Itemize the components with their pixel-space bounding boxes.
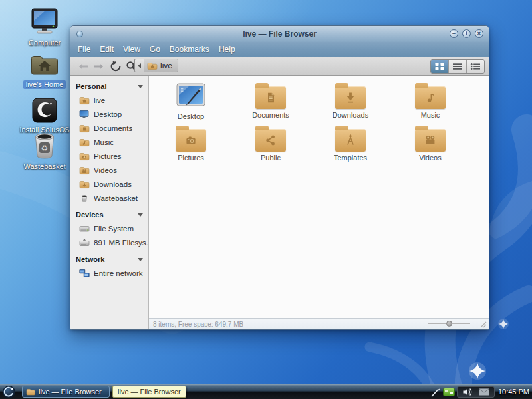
taskbar-clock[interactable]: 10:45 PM — [498, 384, 529, 399]
folder-item-desktop[interactable]: Desktop — [151, 81, 231, 122]
desktop-icon-home[interactable]: live's Home — [19, 53, 70, 90]
compact-view-button[interactable] — [448, 60, 466, 73]
window-menu-icon[interactable] — [76, 31, 83, 37]
svg-text:♻: ♻ — [41, 144, 49, 153]
document-emblem-icon — [264, 91, 277, 104]
templates-folder-icon — [335, 129, 366, 152]
removable-drive-icon — [79, 238, 90, 247]
menu-file[interactable]: File — [73, 45, 95, 54]
menu-edit[interactable]: Edit — [95, 45, 118, 54]
tooltip-text: live — File Browser — [118, 388, 181, 396]
taskbar-window-button[interactable]: live — File Browser — [22, 386, 110, 398]
network-status-icon[interactable] — [443, 388, 455, 396]
documents-folder-icon — [255, 86, 286, 109]
sidebar-item-downloads[interactable]: Downloads — [70, 177, 148, 191]
desktop-icon-install-solusos[interactable]: Install SolusOS — [19, 98, 70, 135]
documents-folder-mini-icon — [79, 124, 90, 133]
sidebar-item-891mb-filesystem[interactable]: 891 MB Filesys... — [70, 235, 148, 249]
forward-icon[interactable] — [93, 60, 105, 72]
zoom-slider-thumb[interactable] — [446, 321, 452, 327]
sidebar-section-devices[interactable]: Devices — [70, 208, 148, 221]
desktop-icon-wastebasket[interactable]: ♻ Wastebasket — [19, 132, 70, 172]
menu-help[interactable]: Help — [214, 45, 240, 54]
menu-view[interactable]: View — [118, 45, 145, 54]
sidebar-item-entire-network[interactable]: Entire network — [70, 266, 148, 280]
icon-view-button[interactable] — [431, 60, 448, 73]
chevron-left-icon — [138, 63, 141, 68]
videos-folder-mini-icon — [79, 166, 90, 175]
sidebar-item-file-system[interactable]: File System — [70, 221, 148, 235]
detailed-list-view-button[interactable] — [466, 60, 484, 73]
sidebar-item-wastebasket[interactable]: Wastebasket — [70, 191, 148, 205]
zoom-slider[interactable] — [428, 323, 470, 324]
folder-item-downloads[interactable]: Downloads — [311, 81, 390, 122]
start-menu-icon[interactable] — [3, 386, 15, 398]
folder-item-public[interactable]: Public — [231, 124, 311, 165]
sidebar-item-pictures[interactable]: Pictures — [70, 149, 148, 163]
folder-item-pictures[interactable]: Pictures — [151, 124, 231, 165]
maximize-button[interactable]: + — [462, 29, 471, 38]
computer-icon — [19, 8, 70, 36]
folder-item-videos[interactable]: Videos — [390, 124, 470, 165]
movie-camera-emblem-icon — [424, 134, 437, 147]
status-text: 8 items, Free space: 649.7 MB — [149, 321, 243, 328]
desktop-icon-label: Computer — [29, 39, 61, 47]
home-folder-mini-icon — [147, 61, 158, 70]
home-folder-icon — [19, 53, 70, 78]
resize-grip[interactable] — [479, 321, 487, 328]
desktop-icon-label: Wastebasket — [23, 162, 65, 171]
view-mode-switcher — [430, 59, 485, 74]
collapse-triangle-icon — [138, 258, 143, 261]
tablet-pen-icon[interactable] — [430, 387, 442, 398]
menu-bookmarks[interactable]: Bookmarks — [165, 45, 214, 54]
menu-go[interactable]: Go — [145, 45, 165, 54]
taskbar-button-label: live — File Browser — [39, 388, 102, 396]
detailed-list-view-icon — [470, 63, 481, 70]
sidebar-item-videos[interactable]: Videos — [70, 163, 148, 177]
path-segment-live[interactable]: live — [144, 59, 178, 72]
volume-icon[interactable] — [462, 388, 473, 396]
collapse-triangle-icon — [138, 213, 143, 217]
file-list-area: Desktop Documents — [149, 76, 489, 318]
music-folder-icon — [415, 86, 446, 109]
refresh-icon[interactable] — [109, 60, 121, 72]
taskbar-tooltip: live — File Browser — [112, 386, 186, 398]
folder-grid: Desktop Documents — [151, 81, 470, 165]
public-folder-icon — [255, 129, 286, 152]
minimize-button[interactable]: − — [450, 29, 458, 38]
compass-emblem-icon — [344, 134, 357, 147]
music-folder-mini-icon — [79, 138, 90, 147]
path-segment-label: live — [160, 61, 172, 70]
solusos-installer-icon — [19, 98, 70, 123]
system-tray — [457, 386, 495, 398]
downloads-folder-icon — [335, 86, 366, 109]
sidebar-item-documents[interactable]: Documents — [70, 121, 148, 135]
folder-item-music[interactable]: Music — [390, 81, 470, 122]
downloads-folder-mini-icon — [79, 180, 90, 189]
desktop-icon-label-selected: live's Home — [23, 80, 66, 89]
sidebar-section-personal[interactable]: Personal — [70, 80, 148, 93]
mail-envelope-icon[interactable] — [479, 388, 489, 396]
download-arrow-emblem-icon — [344, 91, 357, 104]
window-titlebar[interactable]: live — File Browser − + × — [70, 26, 489, 42]
wastebasket-icon: ♻ — [19, 132, 70, 160]
sidebar-item-live[interactable]: live — [70, 93, 148, 107]
folder-item-templates[interactable]: Templates — [311, 124, 390, 165]
desktop-icon-computer[interactable]: Computer — [19, 8, 70, 48]
toolbar: live — [70, 57, 489, 76]
sidebar-section-network[interactable]: Network — [70, 253, 148, 266]
close-button[interactable]: × — [475, 29, 483, 38]
network-icon — [79, 269, 90, 278]
wastebasket-mini-icon — [79, 194, 90, 203]
share-emblem-icon — [264, 134, 277, 147]
window-title: live — File Browser — [70, 29, 489, 39]
path-scroll-left-button[interactable] — [134, 59, 144, 72]
desktop-folder-icon — [176, 82, 206, 110]
sidebar-item-music[interactable]: Music — [70, 135, 148, 149]
sidebar-item-desktop[interactable]: Desktop — [70, 107, 148, 121]
menu-bar: File Edit View Go Bookmarks Help — [70, 42, 489, 57]
folder-item-documents[interactable]: Documents — [231, 81, 311, 122]
collapse-triangle-icon — [138, 85, 143, 88]
back-icon[interactable] — [77, 60, 89, 72]
videos-folder-icon — [415, 129, 446, 152]
